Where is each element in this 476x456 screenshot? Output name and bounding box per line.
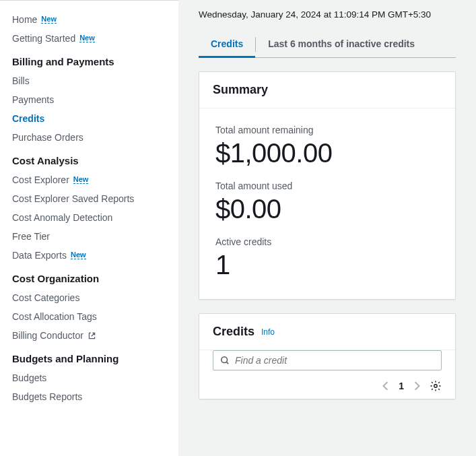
search-icon — [220, 356, 230, 365]
summary-card: Summary Total amount remaining $1,000.00… — [199, 71, 456, 300]
used-label: Total amount used — [215, 181, 439, 191]
sidebar-item-budgets-reports[interactable]: Budgets Reports — [12, 387, 166, 406]
sidebar-item-label: Credits — [12, 113, 44, 124]
settings-button[interactable] — [430, 380, 442, 392]
new-badge: New — [41, 15, 57, 24]
sidebar-item-cost-explorer[interactable]: Cost Explorer New — [12, 170, 166, 189]
sidebar-item-label: Payments — [12, 94, 54, 105]
gear-icon — [430, 380, 442, 392]
tab-credits[interactable]: Credits — [199, 32, 255, 57]
main-content: Wednesday, January 24, 2024 at 11:09:14 … — [178, 0, 476, 456]
sidebar-item-label: Home — [12, 14, 37, 25]
sidebar-item-cost-allocation-tags[interactable]: Cost Allocation Tags — [12, 307, 166, 326]
new-badge: New — [73, 176, 89, 184]
next-page-icon[interactable] — [413, 381, 420, 391]
pager: 1 — [199, 370, 455, 399]
sidebar-item-cost-anomaly[interactable]: Cost Anomaly Detection — [12, 208, 166, 227]
sidebar-item-label: Cost Anomaly Detection — [12, 212, 112, 223]
page-timestamp: Wednesday, January 24, 2024 at 11:09:14 … — [191, 0, 464, 32]
sidebar-item-billing-conductor[interactable]: Billing Conductor — [12, 326, 166, 345]
sidebar: Home New Getting Started New Billing and… — [0, 0, 178, 456]
sidebar-item-label: Bills — [12, 75, 30, 86]
sidebar-item-label: Budgets — [12, 372, 46, 383]
sidebar-item-label: Data Exports — [12, 250, 67, 261]
sidebar-section-billing: Billing and Payments — [12, 48, 166, 71]
tabs: Credits Last 6 months of inactive credit… — [199, 32, 456, 58]
sidebar-item-payments[interactable]: Payments — [12, 90, 166, 109]
tab-inactive-credits[interactable]: Last 6 months of inactive credits — [256, 32, 427, 57]
sidebar-item-cost-categories[interactable]: Cost Categories — [12, 288, 166, 307]
sidebar-item-bills[interactable]: Bills — [12, 71, 166, 90]
sidebar-item-cost-explorer-saved[interactable]: Cost Explorer Saved Reports — [12, 189, 166, 208]
external-link-icon — [88, 331, 96, 340]
credits-search-input[interactable] — [235, 355, 434, 366]
sidebar-item-label: Billing Conductor — [12, 330, 83, 341]
new-badge: New — [79, 34, 95, 42]
sidebar-item-home[interactable]: Home New — [12, 10, 166, 29]
sidebar-item-label: Purchase Orders — [12, 132, 83, 143]
sidebar-item-label: Cost Categories — [12, 292, 79, 303]
sidebar-item-label: Getting Started — [12, 33, 75, 44]
active-label: Active credits — [215, 236, 439, 247]
sidebar-section-cost-org: Cost Organization — [12, 265, 166, 288]
remaining-value: $1,000.00 — [215, 138, 439, 168]
credits-search[interactable] — [213, 350, 442, 370]
sidebar-item-label: Cost Explorer Saved Reports — [12, 193, 134, 204]
active-value: 1 — [215, 250, 439, 280]
sidebar-section-cost-analysis: Cost Analysis — [12, 147, 166, 170]
sidebar-section-budgets: Budgets and Planning — [12, 345, 166, 368]
sidebar-item-budgets[interactable]: Budgets — [12, 368, 166, 387]
used-value: $0.00 — [215, 194, 439, 224]
sidebar-item-label: Free Tier — [12, 231, 50, 242]
sidebar-item-label: Budgets Reports — [12, 391, 82, 402]
sidebar-item-data-exports[interactable]: Data Exports New — [12, 246, 166, 265]
sidebar-item-free-tier[interactable]: Free Tier — [12, 227, 166, 246]
sidebar-item-credits[interactable]: Credits — [12, 109, 166, 128]
credits-title: Credits — [213, 325, 254, 339]
prev-page-icon[interactable] — [382, 381, 389, 391]
page-number: 1 — [399, 381, 404, 391]
new-badge: New — [71, 251, 86, 259]
sidebar-item-purchase-orders[interactable]: Purchase Orders — [12, 128, 166, 147]
remaining-label: Total amount remaining — [215, 125, 439, 135]
credits-header: Credits Info — [199, 314, 455, 350]
summary-body: Total amount remaining $1,000.00 Total a… — [199, 108, 455, 299]
sidebar-item-label: Cost Explorer — [12, 174, 69, 185]
svg-point-1 — [434, 385, 438, 388]
credits-card: Credits Info 1 — [199, 313, 456, 399]
svg-point-0 — [222, 357, 228, 363]
summary-title: Summary — [199, 72, 455, 108]
sidebar-item-label: Cost Allocation Tags — [12, 311, 97, 322]
info-link[interactable]: Info — [261, 327, 275, 337]
sidebar-item-getting-started[interactable]: Getting Started New — [12, 29, 166, 48]
